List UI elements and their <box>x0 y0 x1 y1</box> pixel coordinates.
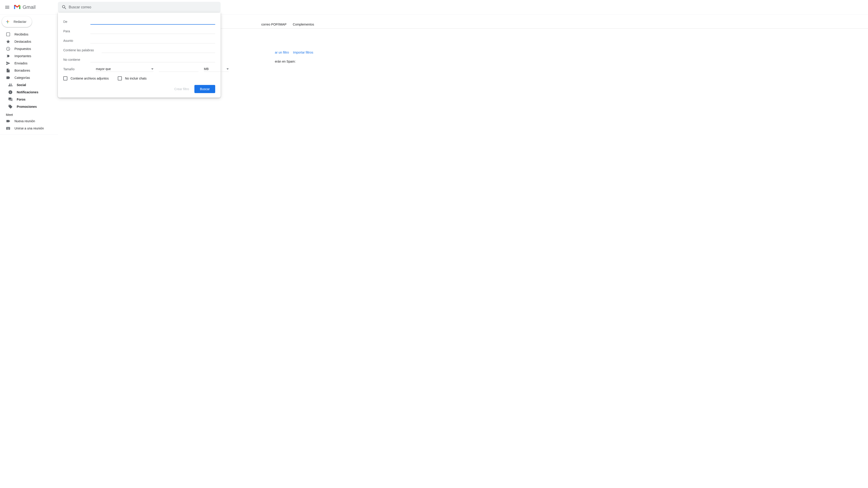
sidebar-category-updates[interactable]: Notificaciones <box>0 89 58 96</box>
from-label: De <box>63 20 90 24</box>
has-words-input[interactable] <box>102 47 215 53</box>
advanced-search-panel: De Para Asunto Contiene las palabras No … <box>58 13 221 98</box>
sidebar-item-sent[interactable]: Enviados <box>0 60 58 67</box>
sidebar-item-label: Promociones <box>17 105 37 108</box>
sidebar-category-promotions[interactable]: Promociones <box>0 103 58 110</box>
tab-pop-imap[interactable]: correo POP/IMAP <box>261 23 286 26</box>
svg-rect-1 <box>8 22 9 22</box>
sidebar-item-label: Notificaciones <box>17 90 38 94</box>
sidebar-item-label: Unirse a una reunión <box>14 127 44 130</box>
exclude-chats-checkbox[interactable]: No incluir chats <box>118 76 147 80</box>
gmail-logo-text: Gmail <box>23 4 35 10</box>
svg-rect-2 <box>7 22 8 23</box>
sidebar-item-label: Categorías <box>14 76 30 79</box>
subject-input[interactable] <box>90 38 215 43</box>
size-label: Tamaño <box>63 67 90 71</box>
important-icon <box>6 54 10 58</box>
star-icon <box>6 39 10 44</box>
search-input[interactable] <box>69 5 219 9</box>
send-icon <box>6 61 10 66</box>
search-bar[interactable] <box>58 2 221 13</box>
inbox-icon <box>6 32 10 37</box>
compose-label: Redactar <box>13 20 26 24</box>
import-filters-link[interactable]: Importar filtros <box>293 51 313 54</box>
dropdown-icon <box>226 68 229 70</box>
size-unit-select[interactable]: MB <box>204 66 229 72</box>
size-value-input[interactable] <box>159 66 198 72</box>
gmail-logo-icon <box>13 4 21 10</box>
size-operator-select[interactable]: mayor que <box>96 66 153 72</box>
people-icon <box>8 83 13 87</box>
sidebar-item-important[interactable]: Importantes <box>0 53 58 60</box>
create-filter-link: Crear filtro <box>174 87 189 91</box>
sidebar-item-label: Nueva reunión <box>14 119 35 123</box>
sidebar-item-label: Foros <box>17 98 26 101</box>
video-icon <box>6 119 10 123</box>
keyboard-icon <box>6 126 10 131</box>
svg-rect-3 <box>6 22 7 22</box>
sidebar-category-forums[interactable]: Foros <box>0 96 58 103</box>
not-has-input[interactable] <box>90 57 215 62</box>
exclude-chats-label: No incluir chats <box>125 76 147 80</box>
search-submit-button[interactable]: Buscar <box>194 85 215 93</box>
label-icon <box>6 75 10 80</box>
search-icon <box>61 4 67 10</box>
compose-button[interactable]: Redactar <box>2 16 32 27</box>
nav-list: Recibidos Destacados Pospuestos Importan… <box>0 31 58 110</box>
sidebar-item-inbox[interactable]: Recibidos <box>0 31 58 38</box>
sidebar-item-starred[interactable]: Destacados <box>0 38 58 45</box>
sidebar-item-label: Borradores <box>14 69 30 72</box>
sidebar-item-label: Destacados <box>14 40 31 43</box>
meet-section-header: Meet <box>0 110 58 118</box>
has-attachment-checkbox[interactable]: Contiene archivos adjuntos <box>63 76 109 80</box>
main-menu-button[interactable] <box>2 2 13 13</box>
sidebar-item-label: Enviados <box>14 61 28 65</box>
checkbox-icon <box>63 76 67 80</box>
sidebar-category-social[interactable]: Social <box>0 81 58 89</box>
filter-links: ar un filtro Importar filtros <box>275 51 313 54</box>
has-attachment-label: Contiene archivos adjuntos <box>70 76 109 80</box>
spam-text-partial: erán en Spam: <box>275 60 296 63</box>
sidebar-item-drafts[interactable]: Borradores <box>0 67 58 74</box>
svg-rect-4 <box>7 22 8 22</box>
plus-icon <box>5 19 10 24</box>
tag-icon <box>8 104 13 109</box>
sidebar: Redactar Recibidos Destacados Pospuestos <box>0 14 58 488</box>
clock-icon <box>6 46 10 51</box>
to-input[interactable] <box>90 28 215 34</box>
info-icon <box>8 90 13 94</box>
svg-rect-0 <box>7 20 8 22</box>
sidebar-item-label: Social <box>17 83 26 87</box>
sidebar-item-snoozed[interactable]: Pospuestos <box>0 45 58 53</box>
sidebar-item-label: Recibidos <box>14 33 28 36</box>
subject-label: Asunto <box>63 39 90 42</box>
sidebar-item-categories[interactable]: Categorías <box>0 74 58 81</box>
sidebar-item-label: Importantes <box>14 54 31 58</box>
forum-icon <box>8 97 13 102</box>
search-container: De Para Asunto Contiene las palabras No … <box>58 2 221 13</box>
to-label: Para <box>63 29 90 33</box>
tab-addons[interactable]: Complementos <box>293 23 314 26</box>
from-input[interactable] <box>90 19 215 25</box>
dropdown-icon <box>151 68 153 70</box>
sidebar-item-label: Pospuestos <box>14 47 31 51</box>
hamburger-icon <box>4 4 10 10</box>
size-operator-value: mayor que <box>96 67 111 71</box>
draft-icon <box>6 68 10 73</box>
size-unit-value: MB <box>204 67 209 71</box>
gmail-logo[interactable]: Gmail <box>13 4 35 10</box>
svg-rect-5 <box>6 33 10 36</box>
not-has-label: No contiene <box>63 58 90 61</box>
header: Gmail De Para Asun <box>0 0 868 14</box>
header-left: Gmail <box>2 2 58 13</box>
checkbox-icon <box>118 76 122 80</box>
meet-new-meeting[interactable]: Nueva reunión <box>0 118 58 125</box>
has-words-label: Contiene las palabras <box>63 48 102 52</box>
search-button[interactable] <box>60 3 69 12</box>
create-filter-link-partial[interactable]: ar un filtro <box>275 51 289 54</box>
meet-join-meeting[interactable]: Unirse a una reunión <box>0 125 58 132</box>
